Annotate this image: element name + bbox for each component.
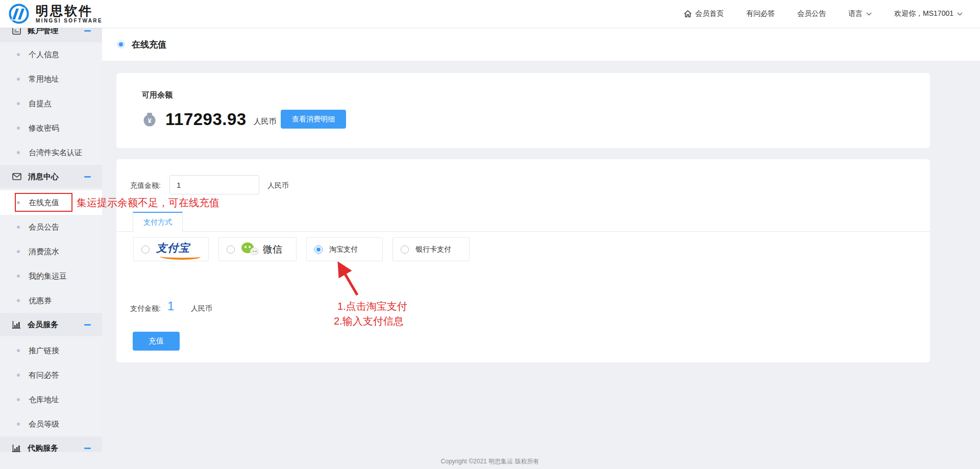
bullet-icon — [17, 78, 20, 81]
view-detail-button[interactable]: 查看消费明细 — [281, 110, 346, 129]
balance-card: 可用余额 ¥ 117293.93 人民币 查看消费明细 — [116, 73, 930, 148]
home-icon — [684, 10, 692, 17]
bar-chart-icon — [12, 445, 21, 452]
radio-unselected-icon[interactable] — [141, 245, 150, 254]
recharge-submit-button[interactable]: 充值 — [133, 332, 180, 351]
bullet-icon — [17, 374, 20, 377]
sidebar-item-taiwan-verify[interactable]: 台湾件实名认证 — [0, 140, 102, 165]
radio-unselected-icon[interactable] — [401, 245, 409, 254]
collapse-minus-icon[interactable] — [84, 30, 91, 32]
bullet-icon — [17, 226, 20, 229]
page: 明思软件 MINGSI SOFTWARE 会员首页 有问必答 会员公告 语言 — [0, 0, 980, 469]
sidebar-item-member-announcement[interactable]: 会员公告 — [0, 215, 102, 239]
sidebar: 账户管理 个人信息 常用地址 自提点 修改密码 台湾件实名认证 消息中心 在线充… — [0, 28, 102, 452]
annotation-step2: 2.输入支付信息 — [334, 314, 404, 328]
page-title: 在线充值 — [132, 39, 166, 51]
bullet-icon — [17, 423, 20, 426]
footer-copyright: Copyright ©2021 明思集运 版权所有 — [0, 457, 980, 466]
collapse-minus-icon[interactable] — [84, 176, 91, 178]
pay-amount-label: 支付金额: — [130, 304, 161, 313]
page-title-bar: 在线充值 — [102, 28, 980, 61]
sidebar-item-member-level[interactable]: 会员等级 — [0, 412, 102, 436]
sidebar-section-member-services[interactable]: 会员服务 — [0, 313, 102, 336]
payment-option-alipay[interactable]: 支付宝 — [133, 237, 209, 261]
taobao-label: 淘宝支付 — [329, 245, 358, 254]
sidebar-item-profile[interactable]: 个人信息 — [0, 42, 102, 67]
tab-divider — [116, 231, 930, 232]
collapse-minus-icon[interactable] — [84, 324, 91, 326]
annotation-step1: 1.点击淘宝支付 — [337, 300, 407, 313]
id-card-icon — [12, 28, 21, 35]
logo-title: 明思软件 — [36, 4, 103, 17]
sidebar-item-change-password[interactable]: 修改密码 — [0, 116, 102, 140]
nav-member-home[interactable]: 会员首页 — [684, 9, 724, 18]
logo-mark-icon — [7, 3, 31, 24]
sidebar-group-account: 个人信息 常用地址 自提点 修改密码 台湾件实名认证 — [0, 42, 102, 165]
bullet-icon — [17, 349, 20, 352]
wechat-icon — [241, 242, 260, 257]
nav-announcement[interactable]: 会员公告 — [797, 9, 826, 18]
payment-option-bankcard[interactable]: 银行卡支付 — [393, 237, 470, 261]
bar-chart-icon — [12, 321, 21, 329]
bullet-icon — [17, 127, 20, 130]
nav-qa[interactable]: 有问必答 — [746, 9, 775, 18]
title-dot-icon — [117, 40, 125, 48]
radio-unselected-icon[interactable] — [227, 245, 235, 254]
sidebar-item-spending-log[interactable]: 消费流水 — [0, 239, 102, 264]
balance-label: 可用余额 — [142, 90, 173, 100]
collapse-minus-icon[interactable] — [84, 448, 91, 449]
sidebar-section-account[interactable]: 账户管理 — [0, 28, 102, 42]
chevron-down-icon — [957, 12, 963, 16]
bullet-icon — [17, 151, 20, 154]
alipay-logo: 支付宝 — [156, 241, 190, 258]
money-bag-icon: ¥ — [142, 112, 157, 127]
svg-text:¥: ¥ — [148, 117, 152, 125]
bullet-icon — [17, 398, 20, 401]
tab-payment-method[interactable]: 支付方式 — [133, 212, 183, 232]
annotation-note: 集运提示余额不足，可在线充值 — [77, 196, 219, 210]
sidebar-item-beans[interactable]: 我的集运豆 — [0, 264, 102, 288]
sidebar-group-member-services: 推广链接 有问必答 仓库地址 会员等级 — [0, 336, 102, 436]
chevron-down-icon — [866, 12, 872, 16]
nav-user-menu[interactable]: 欢迎你，MS17001 — [894, 9, 963, 18]
bullet-icon — [17, 250, 20, 253]
nav-language[interactable]: 语言 — [848, 9, 872, 18]
recharge-amount-currency: 人民币 — [267, 181, 289, 190]
radio-selected-icon[interactable] — [314, 245, 323, 254]
bullet-icon — [17, 299, 20, 302]
brand-logo: 明思软件 MINGSI SOFTWARE — [0, 3, 103, 24]
bullet-icon — [17, 201, 20, 204]
pay-amount-value: 1 — [167, 299, 174, 313]
sidebar-section-purchasing[interactable]: 代购服务 — [0, 436, 102, 452]
sidebar-item-pickup-point[interactable]: 自提点 — [0, 91, 102, 116]
sidebar-item-promo-link[interactable]: 推广链接 — [0, 338, 102, 363]
balance-row: ¥ 117293.93 人民币 — [142, 110, 277, 129]
sidebar-item-qa[interactable]: 有问必答 — [0, 363, 102, 387]
wechat-label: 微信 — [263, 243, 282, 256]
bullet-icon — [17, 102, 20, 105]
recharge-amount-input[interactable] — [169, 175, 259, 194]
bankcard-label: 银行卡支付 — [415, 245, 451, 254]
bullet-icon — [17, 275, 20, 278]
envelope-icon — [12, 173, 21, 180]
bullet-icon — [17, 53, 20, 56]
sidebar-item-coupons[interactable]: 优惠券 — [0, 288, 102, 313]
logo-subtitle: MINGSI SOFTWARE — [36, 18, 103, 24]
payment-option-wechat[interactable]: 微信 — [218, 237, 297, 261]
sidebar-section-messages[interactable]: 消息中心 — [0, 165, 102, 188]
top-nav: 会员首页 有问必答 会员公告 语言 欢迎你，MS17001 — [684, 9, 980, 18]
recharge-amount-label: 充值金额: — [130, 181, 161, 190]
app-header: 明思软件 MINGSI SOFTWARE 会员首页 有问必答 会员公告 语言 — [0, 0, 980, 28]
recharge-card: 充值金额: 人民币 支付方式 支付宝 微信 — [116, 159, 930, 362]
balance-currency: 人民币 — [254, 117, 277, 127]
sidebar-item-warehouse-address[interactable]: 仓库地址 — [0, 387, 102, 412]
payment-methods: 支付宝 微信 淘宝支付 银行卡支付 — [133, 237, 470, 261]
sidebar-item-addresses[interactable]: 常用地址 — [0, 67, 102, 91]
pay-amount-currency: 人民币 — [191, 304, 212, 313]
balance-amount: 117293.93 — [165, 110, 247, 129]
payment-option-taobao[interactable]: 淘宝支付 — [306, 237, 383, 261]
